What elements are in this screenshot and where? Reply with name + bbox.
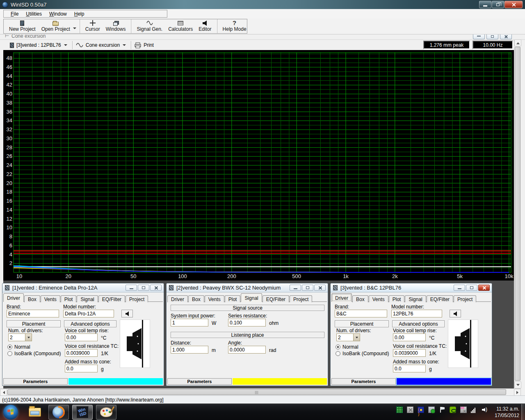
tab-eqfilter[interactable]: EQ/Filter xyxy=(98,295,125,303)
tab-box[interactable]: Box xyxy=(188,295,204,303)
window-titlebar[interactable]: [2]vented : Peavey BWX SC-12 Neodymium xyxy=(167,283,328,292)
parameters-button[interactable]: Parameters xyxy=(331,378,396,385)
tab-project[interactable]: Project xyxy=(126,295,148,303)
tray-volume-icon[interactable] xyxy=(482,406,488,413)
vc-res-input[interactable] xyxy=(65,349,98,357)
series-resistance-field[interactable] xyxy=(228,319,266,326)
tray-nvidia-icon[interactable] xyxy=(450,406,456,413)
tab-driver[interactable]: Driver xyxy=(167,295,188,303)
tab-plot[interactable]: Plot xyxy=(389,295,405,303)
vertical-scrollbar[interactable] xyxy=(514,39,521,388)
placement-button[interactable]: Placement xyxy=(335,320,389,327)
mount-isobarik-radio[interactable]: IsoBarik (Compound) xyxy=(336,351,389,356)
vc-temp-input[interactable] xyxy=(65,333,98,341)
minimize-button[interactable] xyxy=(290,285,301,291)
child-close-button[interactable] xyxy=(500,34,512,39)
menu-window[interactable]: Window xyxy=(46,10,71,18)
tab-box[interactable]: Box xyxy=(24,295,40,303)
cursor-button[interactable]: Cursor xyxy=(82,19,103,33)
child-restore-button[interactable] xyxy=(486,34,498,39)
tray-disabled-icon[interactable] xyxy=(407,406,413,413)
restore-button[interactable] xyxy=(138,285,149,291)
taskbar-explorer-button[interactable] xyxy=(25,405,45,420)
driver-test-button[interactable] xyxy=(450,310,461,317)
show-desktop-button[interactable] xyxy=(521,404,525,420)
tab-driver[interactable]: Driver xyxy=(3,293,24,302)
signal-gen-button[interactable]: Signal Gen. xyxy=(134,19,165,33)
distance-field[interactable] xyxy=(171,346,208,354)
tab-project[interactable]: Project xyxy=(454,295,476,303)
tray-network-icon[interactable] xyxy=(471,406,477,413)
model-input[interactable] xyxy=(391,310,442,317)
scroll-down-button[interactable] xyxy=(514,381,521,388)
close-button[interactable] xyxy=(150,285,162,291)
open-project-button[interactable]: Open Project xyxy=(39,19,73,33)
child-minimize-button[interactable] xyxy=(473,34,485,39)
taskbar-clock[interactable]: 11:32 a.m. 17/05/2012 xyxy=(495,406,519,419)
taskbar-winisd-button[interactable]: Win ISD xyxy=(72,405,93,420)
restore-button[interactable] xyxy=(492,1,504,8)
close-button[interactable] xyxy=(314,285,326,291)
tab-project[interactable]: Project xyxy=(290,295,312,303)
tray-60-icon[interactable] xyxy=(460,406,467,413)
tab-vents[interactable]: Vents xyxy=(369,295,388,303)
tab-vents[interactable]: Vents xyxy=(205,295,224,303)
taskbar-firefox-button[interactable] xyxy=(48,405,69,420)
cone-excursion-chart[interactable]: 1020501002005001k2k5k10k4846444240383634… xyxy=(3,50,514,281)
tab-plot[interactable]: Plot xyxy=(225,295,241,303)
plot-type-selector[interactable]: Cone excursion xyxy=(86,42,120,48)
vertical-scroll-thumb[interactable] xyxy=(515,47,520,381)
close-button[interactable] xyxy=(478,285,490,291)
tab-driver[interactable]: Driver xyxy=(331,293,352,302)
close-button[interactable] xyxy=(504,1,523,8)
scroll-right-button[interactable] xyxy=(514,389,521,396)
vc-temp-input[interactable] xyxy=(393,333,426,341)
advanced-options-button[interactable]: Advanced options xyxy=(64,320,116,327)
open-project-dropdown-icon[interactable] xyxy=(73,27,76,31)
brand-input[interactable] xyxy=(335,310,387,317)
parameters-button[interactable]: Parameters xyxy=(3,378,68,385)
input-power-field[interactable] xyxy=(171,319,208,326)
mount-normal-radio[interactable]: Normal xyxy=(7,344,30,350)
combo-dropdown-icon[interactable] xyxy=(353,334,360,341)
start-button[interactable] xyxy=(3,405,18,420)
help-mode-button[interactable]: ? Help Mode xyxy=(220,19,249,33)
title-bar[interactable]: WinISD 0.50a7 xyxy=(0,0,525,9)
placement-button[interactable]: Placement xyxy=(7,320,61,327)
minimize-button[interactable] xyxy=(454,285,465,291)
mass-input[interactable] xyxy=(393,365,426,372)
restore-button[interactable] xyxy=(302,285,313,291)
scroll-up-button[interactable] xyxy=(514,39,521,46)
new-project-button[interactable]: New Project xyxy=(6,19,39,33)
tray-usb-icon[interactable] xyxy=(428,406,435,413)
mount-normal-radio[interactable]: Normal xyxy=(336,344,358,350)
restore-button[interactable] xyxy=(466,285,477,291)
tab-vents[interactable]: Vents xyxy=(41,295,60,303)
model-input[interactable] xyxy=(63,310,114,317)
project-selector[interactable]: [3]vented : 12PBL76 xyxy=(16,42,61,48)
mass-input[interactable] xyxy=(65,365,98,372)
menu-utilities[interactable]: Utilities xyxy=(22,10,46,18)
menu-help[interactable]: Help xyxy=(71,10,88,18)
brand-input[interactable] xyxy=(7,310,59,317)
combo-dropdown-icon[interactable] xyxy=(25,334,32,341)
tab-eqfilter[interactable]: EQ/Filter xyxy=(262,295,289,303)
menu-file[interactable]: File xyxy=(7,10,22,18)
tray-wireless-audio-icon[interactable] xyxy=(418,406,424,413)
tab-signal[interactable]: Signal xyxy=(241,293,262,302)
angle-field[interactable] xyxy=(228,346,266,354)
minimize-button[interactable] xyxy=(126,285,137,291)
windows-button[interactable]: Windows xyxy=(103,19,129,33)
taskbar-paint-button[interactable] xyxy=(96,405,116,420)
vc-res-input[interactable] xyxy=(393,349,426,357)
tab-box[interactable]: Box xyxy=(352,295,368,303)
window-titlebar[interactable]: [3]vented : B&C 12PBL76 xyxy=(331,283,492,292)
horizontal-scrollbar[interactable] xyxy=(0,388,521,395)
tab-signal[interactable]: Signal xyxy=(405,295,426,303)
advanced-options-button[interactable]: Advanced options xyxy=(392,320,445,327)
tab-eqfilter[interactable]: EQ/Filter xyxy=(427,295,453,303)
num-drivers-combo[interactable]: 2 xyxy=(8,333,32,341)
plot-type-dropdown-icon[interactable] xyxy=(123,44,126,48)
mount-isobarik-radio[interactable]: IsoBarik (Compound) xyxy=(7,351,61,356)
minimize-button[interactable] xyxy=(479,1,491,8)
